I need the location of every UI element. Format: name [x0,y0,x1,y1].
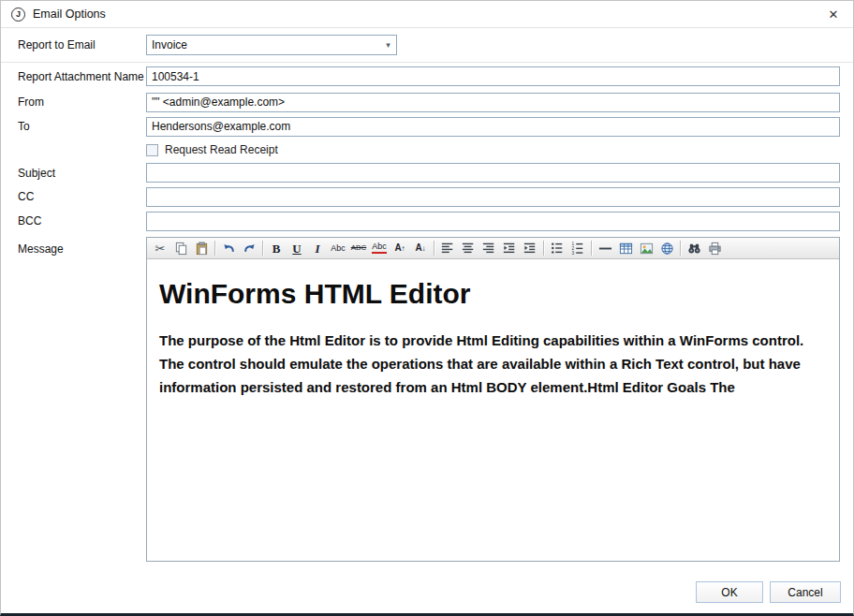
insert-image-button[interactable] [636,239,656,257]
toolbar-separator [680,241,681,256]
from-input[interactable] [146,93,840,112]
paste-icon [195,242,209,256]
bullet-list-icon [551,242,564,255]
bcc-input[interactable] [146,212,840,231]
read-receipt-row: Request Read Receipt [1,139,853,161]
subscript-icon: A↓ [415,243,425,253]
underline-button[interactable]: U [287,239,307,257]
find-button[interactable] [684,239,704,257]
indent-increase-icon [523,242,537,255]
email-options-dialog: J Email Options ✕ Report to Email Invoic… [0,0,854,616]
insert-image-icon [640,242,654,256]
cc-input[interactable] [146,187,840,207]
bold-button[interactable]: B [266,239,287,257]
editor-toolbar: ✂BUIAbcABCAbcA↑A↓123 [147,238,839,259]
message-row: Message ✂BUIAbcABCAbcA↑A↓123 WinForms HT… [1,237,853,562]
redo-icon [243,242,257,256]
toolbar-separator [543,241,544,256]
numbered-list-icon: 123 [571,242,584,255]
redo-button[interactable] [239,239,259,257]
attachment-name-label: Report Attachment Name [18,70,146,83]
editor-content[interactable]: WinForms HTML Editor The purpose of the … [147,259,839,561]
align-left-button[interactable] [437,239,458,257]
horizontal-rule-button[interactable] [595,239,615,257]
cc-row: CC [1,184,853,209]
ok-button[interactable]: OK [696,581,763,603]
numbered-list-button[interactable]: 123 [567,239,588,257]
superscript-button[interactable]: A↑ [390,239,410,257]
print-button[interactable] [704,239,725,257]
report-to-email-label: Report to Email [18,38,146,51]
from-row: From [1,90,853,114]
italic-button[interactable]: I [307,239,328,257]
font-color-button[interactable]: Abc [369,239,390,257]
report-to-email-row: Report to Email Invoice ▾ [1,28,853,62]
italic-icon: I [315,242,319,255]
app-icon: J [11,7,25,22]
indent-increase-button[interactable] [520,239,540,257]
bcc-row: BCC [1,209,853,233]
horizontal-rule-icon [598,242,612,256]
subscript-button[interactable]: A↓ [410,239,431,257]
print-icon [708,242,722,256]
align-left-icon [441,242,454,255]
read-receipt-checkbox[interactable] [146,144,158,156]
hyperlink-icon [660,242,674,256]
font-color-icon: Abc [372,242,387,254]
align-right-button[interactable] [479,239,499,257]
subject-input[interactable] [146,163,840,183]
dialog-title: Email Options [33,7,106,21]
attachment-name-row: Report Attachment Name [1,63,853,90]
message-label: Message [18,237,146,256]
editor-heading: WinForms HTML Editor [159,278,824,310]
insert-table-icon [619,242,633,256]
close-icon: ✕ [829,7,839,22]
subject-label: Subject [18,167,146,180]
strikethrough-icon: ABC [351,244,366,252]
subject-row: Subject [1,161,853,184]
toolbar-separator [214,241,215,256]
toolbar-separator [434,241,434,256]
indent-decrease-icon [503,242,516,255]
copy-button[interactable] [170,239,191,257]
paste-button[interactable] [191,239,212,257]
read-receipt-label: Request Read Receipt [165,143,278,156]
cc-label: CC [18,190,146,203]
bold-icon: B [272,242,281,255]
font-button[interactable]: Abc [328,239,348,257]
align-center-button[interactable] [458,239,479,257]
editor-paragraph: The purpose of the Html Editor is to pro… [159,329,810,399]
to-input[interactable] [146,117,840,137]
font-icon: Abc [331,244,346,253]
chevron-down-icon: ▾ [380,40,396,50]
align-center-icon [462,242,475,255]
cut-icon: ✂ [155,242,166,255]
dialog-footer: OK Cancel [696,581,841,603]
cancel-button[interactable]: Cancel [770,581,841,603]
report-to-email-select[interactable]: Invoice ▾ [146,35,397,55]
report-to-email-value: Invoice [152,38,187,51]
strikethrough-button[interactable]: ABC [348,239,369,257]
toolbar-separator [262,241,263,256]
align-right-icon [482,242,495,255]
svg-text:3: 3 [571,251,574,255]
find-icon [687,242,701,256]
attachment-name-input[interactable] [146,66,840,86]
indent-decrease-button[interactable] [499,239,520,257]
insert-table-button[interactable] [615,239,636,257]
to-row: To [1,114,853,139]
from-label: From [18,95,146,109]
html-editor: ✂BUIAbcABCAbcA↑A↓123 WinForms HTML Edito… [146,237,840,562]
undo-icon [222,242,236,256]
titlebar: J Email Options ✕ [1,1,853,27]
hyperlink-button[interactable] [656,239,677,257]
cut-button[interactable]: ✂ [150,239,170,257]
close-button[interactable]: ✕ [819,3,847,25]
copy-icon [174,242,188,256]
underline-icon: U [292,242,301,255]
undo-button[interactable] [218,239,239,257]
bullet-list-button[interactable] [547,239,567,257]
to-label: To [18,120,146,133]
bcc-label: BCC [18,214,146,227]
superscript-icon: A↑ [394,243,405,253]
